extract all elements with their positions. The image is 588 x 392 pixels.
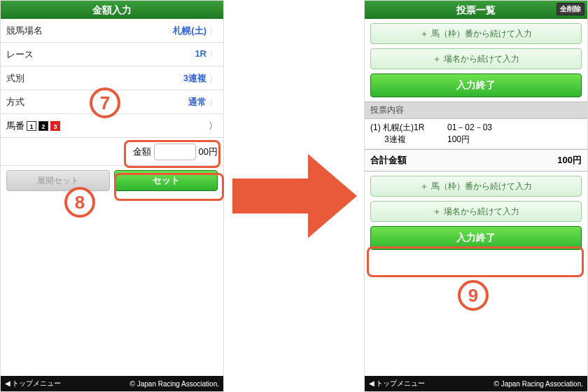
horse-number-chip: 3 bbox=[50, 121, 60, 131]
row-label: 競馬場名 bbox=[6, 24, 43, 37]
finish-input-button[interactable]: 入力終了 bbox=[370, 226, 582, 250]
chevron-right-icon: 〉 bbox=[209, 74, 218, 83]
ticket-amount: 100円 bbox=[447, 134, 470, 144]
transition-arrow bbox=[232, 154, 358, 238]
chevron-right-icon: 〉 bbox=[209, 120, 218, 132]
chevron-right-icon: 〉 bbox=[209, 49, 218, 59]
button-row: 展開セット セット bbox=[1, 166, 223, 195]
row-label: レース bbox=[6, 48, 34, 61]
expand-set-button[interactable]: 展開セット bbox=[6, 170, 110, 191]
horse-number-chip: 2 bbox=[38, 121, 48, 131]
footer-bar: ◀トップメニュー © Japan Racing Association. bbox=[365, 376, 587, 391]
copyright: © Japan Racing Association. bbox=[130, 380, 219, 388]
row-value: 通常 bbox=[188, 97, 206, 107]
amount-suffix: 00円 bbox=[199, 146, 218, 158]
header-title: 投票一覧 bbox=[456, 4, 496, 15]
row-label: 馬番 bbox=[6, 120, 24, 132]
row-track[interactable]: 競馬場名 札幌(土)〉 bbox=[1, 19, 223, 43]
copyright: © Japan Racing Association. bbox=[494, 380, 583, 388]
row-value: 1R bbox=[195, 48, 206, 59]
plus-icon: ＋ bbox=[420, 28, 428, 40]
horse-number-chip: 1 bbox=[27, 121, 36, 131]
triangle-left-icon: ◀ bbox=[5, 379, 10, 387]
finish-input-button[interactable]: 入力終了 bbox=[370, 74, 582, 97]
row-horse-numbers[interactable]: 馬番 1 2 3 〉 bbox=[1, 114, 223, 138]
ticket-index: (1) bbox=[370, 122, 381, 132]
row-amount: 金額 00円 bbox=[1, 138, 223, 166]
screen-amount-entry: 金額入力 競馬場名 札幌(土)〉 レース 1R〉 式別 3連複〉 方式 通常〉 … bbox=[0, 0, 224, 392]
top-menu-link[interactable]: ◀トップメニュー bbox=[5, 379, 61, 388]
row-value: 3連複 bbox=[183, 73, 206, 83]
row-bet-type[interactable]: 式別 3連複〉 bbox=[1, 66, 223, 90]
header-title: 金額入力 bbox=[92, 4, 132, 15]
screen-vote-list: 投票一覧 全削除 ＋馬（枠）番から続けて入力 ＋場名から続けて入力 入力終了 投… bbox=[364, 0, 588, 392]
amount-label: 金額 bbox=[133, 146, 151, 158]
chevron-right-icon: 〉 bbox=[209, 26, 218, 36]
total-row: 合計金額 100円 bbox=[365, 149, 587, 172]
ticket-type: 3連複 bbox=[384, 134, 406, 144]
header: 投票一覧 全削除 bbox=[365, 1, 587, 19]
continue-from-horse-button[interactable]: ＋馬（枠）番から続けて入力 bbox=[370, 23, 582, 44]
plus-icon: ＋ bbox=[433, 53, 441, 65]
chevron-right-icon: 〉 bbox=[209, 97, 218, 107]
row-value: 札幌(土) bbox=[173, 25, 206, 36]
delete-all-button[interactable]: 全削除 bbox=[556, 3, 584, 15]
ticket-track: 札幌(土)1R bbox=[383, 122, 424, 132]
row-race[interactable]: レース 1R〉 bbox=[1, 43, 223, 66]
section-header: 投票内容 bbox=[365, 102, 587, 119]
continue-from-track-button[interactable]: ＋場名から続けて入力 bbox=[370, 48, 582, 69]
continue-from-horse-button[interactable]: ＋馬（枠）番から続けて入力 bbox=[370, 176, 582, 197]
row-method[interactable]: 方式 通常〉 bbox=[1, 90, 223, 114]
set-button[interactable]: セット bbox=[114, 170, 218, 191]
row-label: 方式 bbox=[6, 96, 24, 108]
top-menu-link[interactable]: ◀トップメニュー bbox=[369, 379, 425, 388]
row-label: 式別 bbox=[6, 72, 24, 85]
total-label: 合計金額 bbox=[370, 154, 407, 167]
footer-bar: ◀トップメニュー © Japan Racing Association. bbox=[1, 376, 223, 391]
amount-input[interactable] bbox=[154, 144, 196, 160]
plus-icon: ＋ bbox=[420, 181, 428, 192]
total-value: 100円 bbox=[557, 154, 582, 167]
plus-icon: ＋ bbox=[433, 206, 441, 218]
ticket-row[interactable]: (1) 札幌(土)1R 3連複 01－02－03 100円 bbox=[365, 119, 587, 149]
continue-from-track-button[interactable]: ＋場名から続けて入力 bbox=[370, 201, 582, 222]
ticket-combo: 01－02－03 bbox=[447, 122, 492, 132]
header: 金額入力 bbox=[1, 1, 223, 19]
triangle-left-icon: ◀ bbox=[369, 379, 374, 387]
